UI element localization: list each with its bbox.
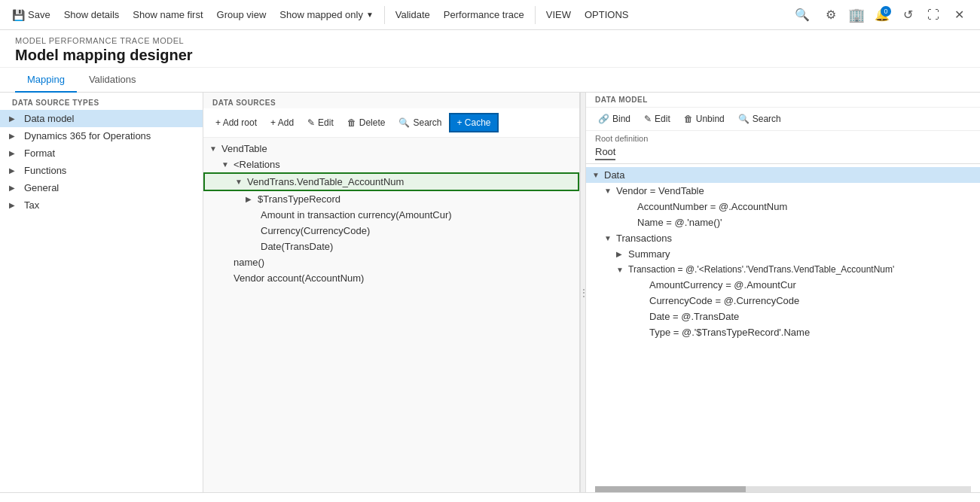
edit-pencil-icon: ✎ [307, 117, 315, 128]
edit-button[interactable]: ✎ Edit [301, 114, 340, 131]
dm-item-transaction[interactable]: ▼ Transaction = @.'<Relations'.'VendTran… [586, 262, 980, 277]
dm-item-currencycode[interactable]: CurrencyCode = @.CurrencyCode [586, 293, 980, 309]
validate-button[interactable]: Validate [389, 6, 436, 23]
dm-item-data[interactable]: ▼ Data [586, 167, 980, 183]
toolbar-separator-1 [384, 6, 385, 24]
root-value: Root [595, 146, 615, 160]
expand-icon-tax: ▶ [9, 201, 20, 209]
extensions-icon[interactable]: ⚙ [820, 5, 841, 26]
tab-validations[interactable]: Validations [77, 68, 148, 93]
close-icon[interactable]: ✕ [948, 5, 969, 26]
expand-icon-general: ▶ [9, 184, 20, 192]
search-icon: 🔍 [795, 8, 810, 22]
ds-item-amount[interactable]: Amount in transaction currency(AmountCur… [203, 207, 579, 223]
cache-button[interactable]: + Cache [449, 113, 498, 132]
ds-item-date[interactable]: Date(TransDate) [203, 239, 579, 254]
panel-data-source-types: DATA SOURCE TYPES ▶ Data model ▶ Dynamic… [0, 93, 203, 492]
add-button[interactable]: + Add [264, 114, 300, 131]
show-mapped-dropdown-icon: ▼ [366, 11, 374, 19]
main-toolbar: 💾 Save Show details Show name first Grou… [0, 0, 980, 30]
dst-item-format[interactable]: ▶ Format [0, 145, 203, 162]
refresh-icon[interactable]: ↺ [897, 5, 918, 26]
expand-icon-format: ▶ [9, 149, 20, 157]
page-header: MODEL PERFORMANCE TRACE MODEL Model mapp… [0, 30, 980, 68]
ds-item-vendor-account[interactable]: Vendor account(AccountNum) [203, 270, 579, 286]
tab-bar: Mapping Validations [0, 68, 980, 93]
save-icon: 💾 [12, 9, 25, 21]
dst-item-data-model[interactable]: ▶ Data model [0, 110, 203, 127]
ds-item-transtyperecord[interactable]: ▶ $TransTypeRecord [203, 191, 579, 207]
dm-item-name[interactable]: Name = @.'name()' [586, 214, 980, 230]
toolbar-search-button[interactable]: 🔍 [790, 3, 814, 27]
ds-item-relations[interactable]: ▼ <Relations [203, 157, 579, 172]
root-definition-label: Root definition [586, 131, 980, 145]
dm-expand-vendor-icon: ▼ [604, 187, 613, 195]
bottom-bar: VendTrans.AccountNum == VendTable.Accoun… [0, 492, 980, 502]
dm-search-icon: 🔍 [738, 114, 750, 124]
show-mapped-only-button[interactable]: Show mapped only ▼ [273, 6, 379, 23]
add-root-button[interactable]: + Add root [209, 114, 263, 131]
ds-item-name[interactable]: name() [203, 254, 579, 270]
expand-icon-functions: ▶ [9, 166, 20, 175]
expand-transtype-icon: ▶ [246, 195, 255, 203]
options-button[interactable]: OPTIONS [579, 6, 635, 23]
dm-expand-summary-icon: ▶ [616, 250, 625, 258]
dm-tree: ▼ Data ▼ Vendor = VendTable AccountNumbe… [586, 164, 980, 486]
dm-label: DATA MODEL [595, 96, 971, 104]
dst-label: DATA SOURCE TYPES [0, 93, 203, 110]
dm-item-type[interactable]: Type = @.'$TransTypeRecord'.Name [586, 324, 980, 340]
bind-icon: 🔗 [598, 114, 609, 124]
dm-expand-data-icon: ▼ [592, 171, 601, 179]
expand-icon-data-model: ▶ [9, 114, 20, 123]
dm-item-accountnumber[interactable]: AccountNumber = @.AccountNum [586, 199, 980, 214]
dm-item-amountcurrency[interactable]: AmountCurrency = @.AmountCur [586, 277, 980, 293]
dm-expand-transaction-icon: ▼ [616, 266, 625, 274]
view-button[interactable]: VIEW [540, 6, 577, 23]
unbind-trash-icon: 🗑 [684, 114, 693, 124]
group-view-button[interactable]: Group view [211, 6, 273, 23]
maximize-icon[interactable]: ⛶ [923, 5, 944, 26]
dst-item-functions[interactable]: ▶ Functions [0, 162, 203, 179]
dm-scrollbar-thumb[interactable] [595, 486, 746, 492]
dst-item-general[interactable]: ▶ General [0, 179, 203, 196]
dm-edit-button[interactable]: ✎ Edit [638, 111, 676, 127]
ds-toolbar: + Add root + Add ✎ Edit 🗑 Delete 🔍 Searc… [203, 108, 579, 138]
save-button[interactable]: 💾 Save [6, 6, 56, 24]
dm-toolbar: 🔗 Bind ✎ Edit 🗑 Unbind 🔍 Search [586, 108, 980, 131]
ds-item-currency[interactable]: Currency(CurrencyCode) [203, 223, 579, 239]
ds-item-vendtable[interactable]: ▼ VendTable [203, 141, 579, 157]
delete-button[interactable]: 🗑 Delete [341, 114, 392, 131]
office-icon[interactable]: 🏢 [846, 5, 867, 26]
expand-vendtrans-icon: ▼ [235, 178, 244, 186]
notification-icon[interactable]: 🔔 0 [872, 5, 893, 26]
dm-search-button[interactable]: 🔍 Search [732, 111, 787, 127]
show-details-button[interactable]: Show details [58, 6, 126, 23]
dm-item-summary[interactable]: ▶ Summary [586, 246, 980, 262]
unbind-button[interactable]: 🗑 Unbind [678, 111, 731, 127]
show-name-first-button[interactable]: Show name first [127, 6, 209, 23]
dm-item-transactions[interactable]: ▼ Transactions [586, 230, 980, 246]
dm-item-vendor[interactable]: ▼ Vendor = VendTable [586, 183, 980, 199]
ds-item-vendtrans-selected[interactable]: ▼ VendTrans.VendTable_AccountNum [203, 172, 579, 191]
ds-tree: ▼ VendTable ▼ <Relations ▼ VendTrans.Ven… [203, 138, 579, 492]
expand-icon-dynamics365: ▶ [9, 132, 20, 140]
tab-mapping[interactable]: Mapping [15, 68, 77, 93]
panel-data-sources: DATA SOURCES + Add root + Add ✎ Edit 🗑 D… [203, 93, 580, 492]
dst-item-tax[interactable]: ▶ Tax [0, 196, 203, 214]
search-magnify-icon: 🔍 [398, 117, 410, 128]
page-subtitle: MODEL PERFORMANCE TRACE MODEL [15, 36, 965, 45]
toolbar-icon-group: ⚙ 🏢 🔔 0 ↺ ⛶ ✕ [816, 5, 974, 26]
panel-data-model: DATA MODEL 🔗 Bind ✎ Edit 🗑 Unbind 🔍 Sear… [586, 93, 980, 492]
drag-handle[interactable]: ⋮ [580, 93, 586, 492]
dm-scrollbar[interactable] [595, 486, 971, 492]
main-layout: DATA SOURCE TYPES ▶ Data model ▶ Dynamic… [0, 93, 980, 492]
dm-expand-trans-icon: ▼ [604, 234, 613, 242]
dm-item-dm-date[interactable]: Date = @.TransDate [586, 309, 980, 324]
bind-button[interactable]: 🔗 Bind [592, 111, 637, 127]
performance-trace-button[interactable]: Performance trace [438, 6, 530, 23]
expand-vendtable-icon: ▼ [209, 145, 218, 153]
toolbar-separator-2 [535, 6, 536, 24]
dst-item-dynamics365[interactable]: ▶ Dynamics 365 for Operations [0, 127, 203, 145]
expand-relations-icon: ▼ [221, 160, 230, 169]
search-button[interactable]: 🔍 Search [392, 114, 447, 131]
